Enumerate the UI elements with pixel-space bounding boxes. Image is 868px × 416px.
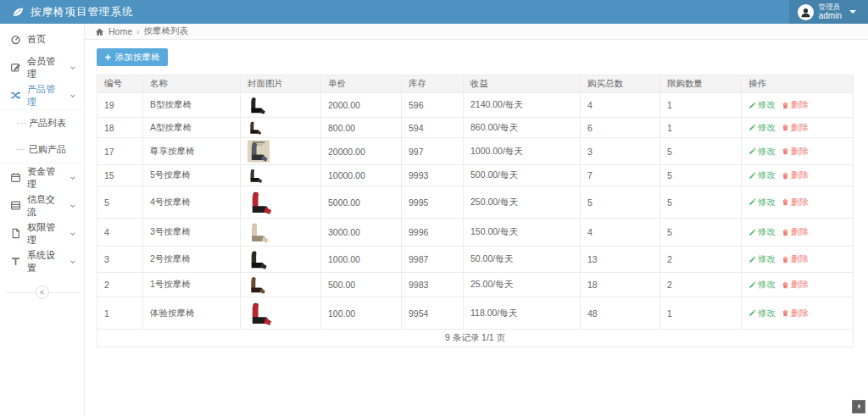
cell-stock: 9993 bbox=[402, 165, 464, 186]
back-to-top-button[interactable] bbox=[852, 400, 865, 413]
delete-link[interactable]: 删除 bbox=[782, 279, 809, 291]
chair-cover-black2 bbox=[248, 248, 269, 270]
cell-stock: 596 bbox=[402, 93, 464, 118]
sidebar-subitem-product-list[interactable]: 产品列表 bbox=[0, 110, 84, 136]
chair-cover-red bbox=[248, 188, 274, 216]
user-menu[interactable]: 管理员 admin bbox=[789, 0, 868, 24]
delete-link[interactable]: 删除 bbox=[782, 99, 809, 111]
cell-id: 18 bbox=[97, 118, 143, 138]
sidebar-item-funds[interactable]: 资金管理 bbox=[0, 164, 84, 191]
sidebar-subitem-label: 产品列表 bbox=[29, 117, 66, 130]
edit-link[interactable]: 修改 bbox=[748, 253, 776, 265]
trash-icon bbox=[782, 309, 789, 317]
cell-profit: 2140.00/每天 bbox=[464, 93, 581, 118]
cell-actions: 修改删除 bbox=[742, 93, 854, 118]
delete-link[interactable]: 删除 bbox=[782, 226, 809, 238]
sidebar-item-members[interactable]: 会员管理 bbox=[0, 53, 84, 81]
edit-link[interactable]: 修改 bbox=[748, 226, 776, 238]
plus-icon bbox=[104, 53, 112, 61]
delete-link[interactable]: 删除 bbox=[782, 197, 809, 208]
cell-limit: 2 bbox=[660, 273, 742, 297]
app-brand: 按摩椅项目管理系统 bbox=[12, 5, 134, 19]
edit-link[interactable]: 修改 bbox=[748, 99, 776, 111]
edit-link[interactable]: 修改 bbox=[748, 279, 776, 291]
breadcrumb: Home › 按摩椅列表 bbox=[85, 24, 868, 40]
cell-price: 100.00 bbox=[321, 297, 402, 330]
chair-cover-brown bbox=[248, 275, 267, 295]
edit-link[interactable]: 修改 bbox=[748, 122, 776, 134]
column-header: 封面图片 bbox=[241, 75, 321, 93]
cell-price: 5000.00 bbox=[321, 186, 402, 219]
sidebar-item-label: 系统设置 bbox=[27, 249, 63, 275]
breadcrumb-home-link[interactable]: Home bbox=[108, 26, 132, 36]
sidebar-collapse-button[interactable]: « bbox=[36, 286, 49, 299]
dashboard-icon bbox=[10, 34, 21, 45]
cell-price: 500.00 bbox=[321, 273, 402, 297]
cell-stock: 9987 bbox=[402, 247, 464, 273]
sidebar-submenu: 产品列表已购产品 bbox=[0, 109, 84, 164]
chair-cover-black bbox=[248, 95, 267, 115]
cell-price: 10000.00 bbox=[321, 165, 402, 186]
pencil-icon bbox=[748, 309, 756, 317]
cell-profit: 500.00/每天 bbox=[464, 165, 581, 186]
sidebar-nav: 首页会员管理产品管理产品列表已购产品资金管理信息交流权限管理系统设置 bbox=[0, 25, 84, 275]
cell-profit: 50.00/每天 bbox=[464, 247, 581, 273]
cell-purchases: 13 bbox=[581, 247, 660, 273]
product-row: 155号按摩椅10000.009993500.00/每天75修改删除 bbox=[97, 165, 854, 186]
pencil-icon bbox=[748, 198, 756, 206]
home-icon bbox=[95, 27, 104, 36]
sidebar-subitem-purchased-products[interactable]: 已购产品 bbox=[0, 136, 84, 163]
cell-name: 尊享按摩椅 bbox=[143, 138, 241, 165]
cell-limit: 1 bbox=[660, 297, 742, 330]
delete-link[interactable]: 删除 bbox=[782, 308, 809, 319]
chevron-down-icon bbox=[69, 174, 77, 182]
cell-price: 20000.00 bbox=[321, 138, 402, 165]
sidebar-item-products[interactable]: 产品管理 bbox=[0, 81, 84, 109]
column-header: 购买总数 bbox=[581, 75, 660, 93]
cell-purchases: 3 bbox=[581, 138, 660, 165]
chevron-down-icon bbox=[69, 64, 77, 72]
cell-id: 4 bbox=[97, 219, 143, 247]
cell-price: 1000.00 bbox=[321, 247, 402, 273]
delete-link[interactable]: 删除 bbox=[782, 122, 809, 134]
edit-link[interactable]: 修改 bbox=[748, 197, 776, 208]
cell-cover-image bbox=[241, 186, 321, 219]
sidebar-item-permissions[interactable]: 权限管理 bbox=[0, 219, 84, 247]
column-header: 单价 bbox=[321, 75, 402, 93]
cell-name: A型按摩椅 bbox=[143, 118, 241, 138]
cell-price: 3000.00 bbox=[321, 219, 402, 247]
trash-icon bbox=[782, 198, 789, 206]
cell-purchases: 6 bbox=[581, 118, 660, 138]
user-name: admin bbox=[819, 11, 842, 20]
product-row: 18A型按摩椅800.00594860.00/每天61修改删除 bbox=[97, 118, 854, 138]
cell-cover-image bbox=[241, 165, 321, 186]
delete-link[interactable]: 删除 bbox=[782, 146, 809, 158]
chair-cover-poster bbox=[248, 140, 270, 163]
edit-link[interactable]: 修改 bbox=[748, 146, 776, 158]
leaf-icon bbox=[12, 6, 25, 19]
edit-link[interactable]: 修改 bbox=[748, 169, 776, 181]
breadcrumb-current: 按摩椅列表 bbox=[144, 25, 189, 37]
sidebar-item-home[interactable]: 首页 bbox=[0, 25, 84, 53]
edit-link[interactable]: 修改 bbox=[748, 308, 776, 319]
sidebar-item-settings[interactable]: 系统设置 bbox=[0, 247, 84, 275]
sidebar-item-messages[interactable]: 信息交流 bbox=[0, 191, 84, 219]
cell-name: 5号按摩椅 bbox=[143, 165, 241, 186]
app-title: 按摩椅项目管理系统 bbox=[31, 5, 134, 19]
cell-limit: 5 bbox=[660, 165, 742, 186]
cell-profit: 118.00/每天 bbox=[464, 297, 581, 330]
chair-cover-beige bbox=[248, 220, 270, 244]
pencil-icon bbox=[748, 147, 756, 155]
column-header: 收益 bbox=[464, 75, 581, 93]
cell-price: 800.00 bbox=[321, 118, 402, 138]
cell-limit: 5 bbox=[660, 138, 742, 165]
cell-profit: 25.00/每天 bbox=[464, 273, 581, 297]
top-navbar: 按摩椅项目管理系统 管理员 admin bbox=[0, 0, 868, 24]
cell-actions: 修改删除 bbox=[742, 273, 854, 297]
add-massage-chair-button[interactable]: 添加按摩椅 bbox=[97, 48, 168, 66]
delete-link[interactable]: 删除 bbox=[782, 253, 809, 265]
cell-purchases: 4 bbox=[581, 93, 660, 118]
delete-link[interactable]: 删除 bbox=[782, 169, 809, 181]
sidebar: 首页会员管理产品管理产品列表已购产品资金管理信息交流权限管理系统设置 « bbox=[0, 24, 85, 416]
trash-icon bbox=[782, 102, 789, 109]
